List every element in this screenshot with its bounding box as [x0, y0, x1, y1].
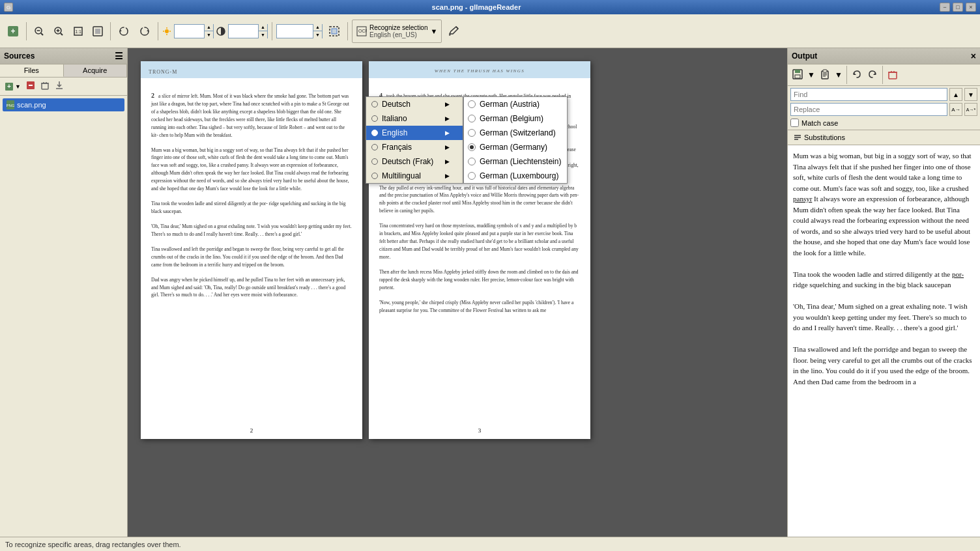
- brightness-arrows[interactable]: ▲ ▼: [204, 24, 213, 38]
- german-switzerland[interactable]: German (Switzerland): [464, 126, 567, 140]
- page-2-text: a slice of mirror left. Mum. Most of it …: [151, 93, 349, 138]
- sidebar-tabs: Files Acquire: [0, 64, 127, 78]
- zoom-fit-button[interactable]: [89, 22, 106, 40]
- brightness-down[interactable]: ▼: [204, 31, 213, 38]
- redo-button[interactable]: [865, 67, 880, 83]
- output-content-3: 'Oh, Tina dear,' Mum sighed on a great e…: [793, 302, 968, 332]
- page-2-text-6: Dad was angry when he picked himself up,…: [151, 277, 345, 298]
- recognize-area: OCR Recognize selection English (en_US) …: [352, 20, 442, 43]
- language-menu-item-deutsch-frak[interactable]: Deutsch (Frak) ▶: [366, 154, 463, 169]
- clear-files-button[interactable]: [38, 79, 51, 94]
- german-luxembourg[interactable]: German (Luxembourg): [464, 169, 567, 183]
- find-prev-button[interactable]: ▲: [949, 88, 962, 101]
- output-content-2: Tina took the wooden ladle and stirred d…: [793, 270, 964, 289]
- output-sep-1: [846, 66, 847, 84]
- francais-label-row: Français: [371, 143, 412, 152]
- zoom-out-button[interactable]: [31, 22, 48, 40]
- language-menu-item-deutsch[interactable]: Deutsch ▶: [366, 97, 463, 111]
- match-case-label[interactable]: Match case: [801, 119, 838, 127]
- luxembourg-radio: [468, 172, 476, 180]
- files-tab[interactable]: Files: [0, 64, 64, 77]
- page-2: TRONG-M 2 a slice of mirror left. Mum. M…: [141, 61, 362, 439]
- zoom-value[interactable]: 270.0: [277, 27, 313, 35]
- app-icon: G: [4, 3, 13, 12]
- language-menu-item-english[interactable]: English ▶: [366, 126, 463, 140]
- german-austria[interactable]: German (Austria): [464, 97, 567, 111]
- sources-title: Sources: [4, 51, 35, 61]
- sidebar: Sources ☰ Files Acquire + ▼ PNG: [0, 48, 128, 537]
- language-menu-item-italiano[interactable]: Italiano ▶: [366, 111, 463, 126]
- page-4-text-5: Tina concentrated very hard on those mys…: [379, 223, 579, 260]
- match-case-checkbox[interactable]: [790, 119, 799, 127]
- close-button[interactable]: ×: [966, 3, 976, 12]
- output-content-4: Tina swallowed and left the porridge and…: [793, 345, 972, 386]
- german-belgium[interactable]: German (Belgium): [464, 111, 567, 126]
- output-title: Output: [792, 51, 817, 61]
- brightness-input[interactable]: 0 ▲ ▼: [174, 24, 214, 38]
- zoom-up[interactable]: ▲: [313, 24, 322, 31]
- export-button[interactable]: [53, 79, 66, 94]
- zoom-arrows[interactable]: ▲ ▼: [313, 24, 322, 38]
- german-germany[interactable]: German (Germany): [464, 140, 567, 154]
- clipboard-dropdown-button[interactable]: ▼: [833, 68, 844, 81]
- image-area[interactable]: TRONG-M 2 a slice of mirror left. Mum. M…: [128, 48, 787, 537]
- german-liechtenstein[interactable]: German (Liechtenstein): [464, 154, 567, 169]
- zoom-in-button[interactable]: [50, 22, 67, 40]
- replace-all-button[interactable]: A→*: [964, 103, 977, 116]
- sidebar-toolbar: + ▼: [0, 78, 127, 96]
- file-item[interactable]: PNG scan.png: [3, 98, 124, 111]
- brightness-up[interactable]: ▲: [204, 24, 213, 31]
- add-file-dropdown-button[interactable]: + ▼: [3, 80, 23, 93]
- output-close-icon[interactable]: ×: [971, 51, 976, 61]
- language-menu-item-multilingual[interactable]: Multilingual ▶: [366, 169, 463, 183]
- contrast-input[interactable]: 0 ▲ ▼: [228, 24, 268, 38]
- output-text[interactable]: Mum was a big woman, but big in a soggy …: [788, 145, 980, 537]
- zoom-original-button[interactable]: 1:1: [70, 22, 87, 40]
- sources-menu-icon[interactable]: ☰: [115, 51, 123, 61]
- multilingual-arrow: ▶: [445, 173, 450, 179]
- english-label: English: [382, 128, 407, 137]
- zoom-down[interactable]: ▼: [313, 31, 322, 38]
- page-2-content: 2 a slice of mirror left. Mum. Most of i…: [141, 78, 362, 318]
- svg-text:1:1: 1:1: [75, 29, 81, 34]
- find-next-button[interactable]: ▼: [964, 88, 977, 101]
- undo-button[interactable]: [850, 67, 864, 83]
- status-text: To recognize specific areas, drag rectan…: [5, 541, 181, 548]
- save-dropdown-button[interactable]: ▼: [806, 68, 816, 81]
- clipboard-button[interactable]: [818, 67, 832, 83]
- german-germany-label: German (Germany): [480, 143, 547, 152]
- contrast-value[interactable]: 0: [229, 27, 258, 35]
- recognize-dropdown-button[interactable]: OCR Recognize selection English (en_US) …: [352, 20, 442, 43]
- find-input[interactable]: [790, 88, 947, 101]
- svg-rect-40: [823, 70, 827, 72]
- clear-button[interactable]: [886, 67, 900, 83]
- title-bar-controls: − □ ×: [940, 3, 976, 12]
- substitutions-label: Substitutions: [804, 134, 845, 141]
- replace-input[interactable]: [790, 103, 947, 116]
- replace-button[interactable]: A→: [949, 103, 962, 116]
- german-submenu: German (Austria) German (Belgium) German…: [463, 96, 568, 184]
- acquire-tab[interactable]: Acquire: [64, 64, 128, 77]
- rotate-ccw-button[interactable]: [115, 22, 133, 40]
- page-2-text-4: 'Oh, Tina dear,' Mum sighed on a great e…: [151, 223, 352, 237]
- page-number-2: 2: [250, 427, 253, 434]
- restore-button[interactable]: □: [953, 3, 963, 12]
- substitutions-row: Substitutions: [788, 130, 980, 145]
- pencil-button[interactable]: [444, 22, 463, 40]
- add-source-button[interactable]: +: [4, 22, 22, 40]
- remove-file-button[interactable]: [24, 79, 37, 94]
- zoom-spinner[interactable]: 270.0 ▲ ▼: [276, 24, 323, 38]
- save-button[interactable]: [790, 67, 805, 83]
- rotate-cw-button[interactable]: [136, 22, 154, 40]
- select-mode-button[interactable]: [325, 22, 343, 40]
- language-menu-item-francais[interactable]: Français ▶: [366, 140, 463, 154]
- contrast-down[interactable]: ▼: [258, 31, 267, 38]
- page-2-header-text: TRONG-M: [149, 69, 177, 75]
- contrast-up[interactable]: ▲: [258, 24, 267, 31]
- svg-line-8: [61, 33, 63, 35]
- brightness-value[interactable]: 0: [175, 27, 204, 35]
- svg-rect-29: [42, 83, 48, 89]
- minimize-button[interactable]: −: [940, 3, 950, 12]
- substitutions-button[interactable]: Substitutions: [790, 132, 977, 143]
- contrast-arrows[interactable]: ▲ ▼: [258, 24, 267, 38]
